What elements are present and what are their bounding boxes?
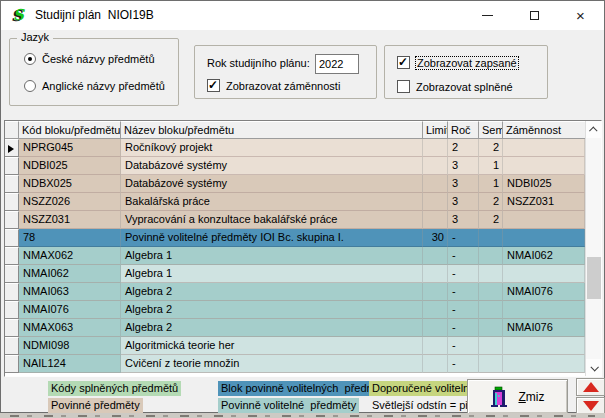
- cell-nazev[interactable]: Databázové systémy: [121, 175, 423, 193]
- row-selector-cell[interactable]: [5, 337, 19, 355]
- table-row[interactable]: NMAX062Algebra 1-NMAI062: [5, 247, 585, 265]
- cell-sem[interactable]: [479, 319, 503, 337]
- cell-limit[interactable]: [423, 211, 448, 229]
- checkbox-zapsane[interactable]: [397, 56, 410, 69]
- table-row[interactable]: NAIL124Cvičení z teorie množin-: [5, 355, 585, 373]
- cell-limit[interactable]: [423, 247, 448, 265]
- cell-sem[interactable]: [479, 265, 503, 283]
- row-selector-cell[interactable]: [5, 157, 19, 175]
- cell-roc[interactable]: -: [448, 301, 479, 319]
- move-down-button[interactable]: [576, 397, 605, 414]
- row-selector-cell[interactable]: [5, 175, 19, 193]
- cell-zam[interactable]: NMAI076: [503, 283, 585, 301]
- cell-zam[interactable]: NMAI062: [503, 247, 585, 265]
- table-row[interactable]: NMAI062Algebra 1-: [5, 265, 585, 283]
- radio-english-names[interactable]: Anglické názvy předmětů: [24, 80, 165, 92]
- table-row[interactable]: NMAI076Algebra 2-: [5, 301, 585, 319]
- checkbox-splnene-row[interactable]: Zobrazovat splněné: [397, 80, 513, 93]
- row-selector-cell[interactable]: [5, 319, 19, 337]
- cell-kod[interactable]: NSZZ026: [19, 193, 121, 211]
- radio-czech-icon[interactable]: [24, 53, 36, 65]
- cell-zam[interactable]: [503, 265, 585, 283]
- table-row[interactable]: NMAX063Algebra 2-NMAI076: [5, 319, 585, 337]
- cell-roc[interactable]: -: [448, 283, 479, 301]
- column-header-sem[interactable]: Sem: [479, 121, 503, 139]
- cell-nazev[interactable]: Algebra 1: [121, 265, 423, 283]
- scroll-thumb[interactable]: [587, 257, 601, 299]
- column-header-roc[interactable]: Roč: [448, 121, 479, 139]
- cell-sem[interactable]: [479, 337, 503, 355]
- cell-zam[interactable]: NSZZ031: [503, 193, 585, 211]
- scroll-up-button[interactable]: [586, 121, 602, 138]
- radio-english-icon[interactable]: [24, 80, 36, 92]
- cell-sem[interactable]: [479, 301, 503, 319]
- cell-kod[interactable]: NMAX062: [19, 247, 121, 265]
- column-header-limit[interactable]: Limit: [423, 121, 448, 139]
- cell-nazev[interactable]: Algebra 2: [121, 283, 423, 301]
- cell-nazev[interactable]: Algebra 1: [121, 247, 423, 265]
- table-row[interactable]: NSZZ031Vypracování a konzultace bakalářs…: [5, 211, 585, 229]
- table-row[interactable]: NDBX025Databázové systémy31NDBI025: [5, 175, 585, 193]
- cell-limit[interactable]: [423, 139, 448, 157]
- cell-zam[interactable]: [503, 157, 585, 175]
- cell-limit[interactable]: 30: [423, 229, 448, 247]
- cell-limit[interactable]: [423, 355, 448, 373]
- table-row[interactable]: NSZZ026Bakalářská práce32NSZZ031: [5, 193, 585, 211]
- cell-kod[interactable]: NMAX063: [19, 319, 121, 337]
- checkbox-zamennosti-row[interactable]: Zobrazovat záměnnosti: [207, 79, 340, 92]
- column-header-nazev[interactable]: Název bloku/předmětu: [121, 121, 423, 139]
- cell-zam[interactable]: [503, 301, 585, 319]
- cell-kod[interactable]: NMAI076: [19, 301, 121, 319]
- cell-zam[interactable]: NDBI025: [503, 175, 585, 193]
- table-row[interactable]: NMAI063Algebra 2-NMAI076: [5, 283, 585, 301]
- column-header-zamennost[interactable]: Záměnnost: [503, 121, 585, 139]
- cell-zam[interactable]: [503, 229, 585, 247]
- checkbox-zapsane-row[interactable]: Zobrazovat zapsané: [397, 56, 518, 69]
- cell-nazev[interactable]: Cvičení z teorie množin: [121, 355, 423, 373]
- minimize-button[interactable]: [464, 1, 511, 30]
- table-row[interactable]: 78Povinně volitelné předměty IOI Bc. sku…: [5, 229, 585, 247]
- move-up-button[interactable]: [576, 378, 605, 396]
- cell-sem[interactable]: 2: [479, 211, 503, 229]
- cell-zam[interactable]: [503, 139, 585, 157]
- cell-sem[interactable]: 1: [479, 157, 503, 175]
- row-selector-cell[interactable]: [5, 355, 19, 373]
- cell-roc[interactable]: -: [448, 337, 479, 355]
- cell-sem[interactable]: 2: [479, 193, 503, 211]
- cell-nazev[interactable]: Algoritmická teorie her: [121, 337, 423, 355]
- cell-roc[interactable]: -: [448, 355, 479, 373]
- cell-sem[interactable]: 1: [479, 175, 503, 193]
- vertical-scrollbar[interactable]: [585, 121, 601, 376]
- cell-roc[interactable]: -: [448, 319, 479, 337]
- cell-kod[interactable]: NDBI025: [19, 157, 121, 175]
- row-selector-cell[interactable]: [5, 265, 19, 283]
- cell-kod[interactable]: NMAI062: [19, 265, 121, 283]
- close-button[interactable]: ×: [557, 1, 604, 30]
- cell-roc[interactable]: 3: [448, 175, 479, 193]
- cell-nazev[interactable]: Bakalářská práce: [121, 193, 423, 211]
- row-selector-cell[interactable]: [5, 193, 19, 211]
- cell-limit[interactable]: [423, 193, 448, 211]
- checkbox-splnene[interactable]: [397, 80, 410, 93]
- cell-nazev[interactable]: Algebra 2: [121, 301, 423, 319]
- cell-zam[interactable]: [503, 337, 585, 355]
- cell-roc[interactable]: 3: [448, 193, 479, 211]
- zmiz-button[interactable]: Zmiz: [467, 379, 568, 414]
- cell-nazev[interactable]: Ročníkový projekt: [121, 139, 423, 157]
- cell-roc[interactable]: 2: [448, 139, 479, 157]
- cell-kod[interactable]: NDBX025: [19, 175, 121, 193]
- cell-sem[interactable]: [479, 355, 503, 373]
- cell-kod[interactable]: NMAI063: [19, 283, 121, 301]
- cell-limit[interactable]: [423, 301, 448, 319]
- cell-roc[interactable]: 3: [448, 157, 479, 175]
- cell-roc[interactable]: -: [448, 247, 479, 265]
- row-selector-cell[interactable]: [5, 247, 19, 265]
- table-row[interactable]: NPRG045Ročníkový projekt22: [5, 139, 585, 157]
- cell-sem[interactable]: 2: [479, 139, 503, 157]
- cell-kod[interactable]: NPRG045: [19, 139, 121, 157]
- maximize-button[interactable]: [511, 1, 558, 30]
- table-row[interactable]: NDBI025Databázové systémy31: [5, 157, 585, 175]
- cell-kod[interactable]: NDMI098: [19, 337, 121, 355]
- cell-kod[interactable]: NAIL124: [19, 355, 121, 373]
- cell-sem[interactable]: [479, 247, 503, 265]
